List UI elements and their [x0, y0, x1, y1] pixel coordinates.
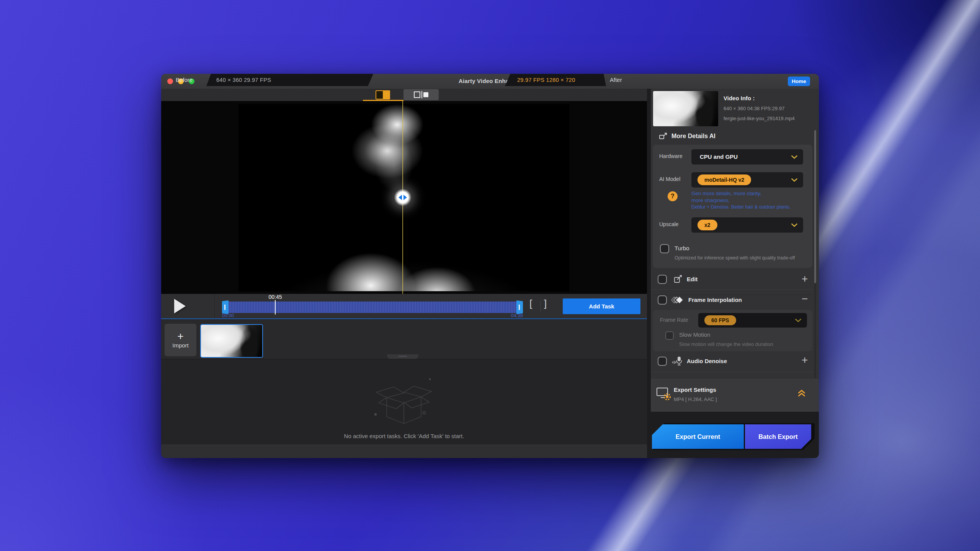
empty-tasks-message: No active export tasks. Click 'Add Task'… [161, 433, 647, 439]
model-help-line1: Gen more details, more clarity, [691, 191, 761, 196]
frame-interpolation-label: Frame Interpolation [688, 297, 742, 303]
video-info-thumbnail [653, 91, 718, 126]
export-current-button[interactable]: Export Current [652, 424, 744, 449]
export-settings-section[interactable]: Export Settings MP4 [ H.264, AAC ] [651, 379, 819, 412]
chevron-down-icon [791, 155, 798, 159]
current-time-label: 00:45 [264, 294, 287, 300]
frame-interpolation-checkbox[interactable] [658, 295, 667, 305]
media-strip: + Import [161, 319, 647, 359]
audio-denoise-expand-button[interactable]: + [802, 355, 808, 365]
video-info-title: Video Info : [724, 95, 755, 101]
upscale-dropdown[interactable]: x2 [691, 217, 803, 233]
audio-denoise-checkbox[interactable] [658, 357, 667, 366]
edit-icon [673, 274, 683, 284]
before-label: Before [176, 77, 193, 83]
frame-interpolation-icon [671, 295, 684, 305]
split-arrow-left-icon [399, 195, 402, 200]
split-compare-toggle[interactable] [371, 90, 395, 100]
video-preview [161, 101, 647, 294]
ai-model-label: AI Model [659, 176, 680, 182]
export-settings-format: MP4 [ H.264, AAC ] [674, 396, 717, 402]
compare-split-handle[interactable] [394, 189, 412, 206]
after-label: After [610, 77, 622, 83]
strip-collapse-handle[interactable] [387, 354, 418, 359]
slow-motion-checkbox[interactable] [665, 331, 674, 340]
ai-model-dropdown[interactable]: moDetail-HQ v2 [691, 172, 803, 187]
export-settings-icon [655, 386, 672, 402]
turbo-description: Optimized for inference speed with sligh… [675, 255, 801, 261]
help-icon[interactable]: ? [668, 191, 678, 201]
hardware-dropdown[interactable]: CPU and GPU [691, 149, 803, 165]
export-settings-title: Export Settings [674, 386, 716, 393]
edit-label: Edit [687, 276, 697, 282]
start-time-label: 00:00 [222, 313, 234, 318]
sidebar: Video Info : 640 × 360 04:38 FPS:29.97 f… [651, 89, 819, 458]
chevron-down-icon [791, 223, 798, 227]
timeline-track[interactable] [222, 302, 523, 313]
turbo-label: Turbo [675, 245, 689, 251]
plus-icon: + [177, 331, 183, 341]
double-chevron-up-icon[interactable] [797, 389, 806, 397]
frame-rate-value-pill: 60 FPS [704, 315, 736, 325]
frame-interpolation-collapse-button[interactable]: − [802, 294, 808, 304]
set-trim-in-button[interactable]: [ [529, 298, 532, 310]
playback-bar: 00:45 00:00 04:38 [ ] Add Task [161, 294, 647, 318]
app-window: Aiarty Video Enhancer Home Before 640 × … [161, 74, 819, 458]
export-buttons-footer: Export Current Batch Export [651, 412, 819, 458]
audio-denoise-label: Audio Denoise [687, 358, 727, 364]
chevron-down-icon [795, 318, 802, 323]
end-time-label: 04:38 [505, 313, 523, 318]
window-footer [161, 445, 651, 458]
slow-motion-label: Slow Motion [679, 331, 710, 338]
import-button[interactable]: + Import [165, 324, 196, 356]
playhead[interactable] [275, 300, 276, 315]
add-task-button[interactable]: Add Task [563, 298, 640, 314]
frame-rate-label: Frame Rate [660, 317, 688, 323]
trim-start-handle[interactable] [222, 300, 229, 314]
play-button[interactable] [171, 298, 189, 314]
sidebar-scrollbar-thumb[interactable] [814, 130, 816, 283]
hardware-label: Hardware [659, 153, 683, 159]
frame-rate-dropdown[interactable]: 60 FPS [698, 313, 807, 328]
model-help-line2: more sharpness. [691, 197, 730, 203]
edit-checkbox[interactable] [658, 275, 667, 284]
before-video-info: 640 × 360 29.97 FPS [216, 77, 271, 83]
edit-expand-button[interactable]: + [802, 274, 808, 284]
side-by-side-compare-toggle[interactable] [403, 89, 439, 100]
desktop: Aiarty Video Enhancer Home Before 640 × … [0, 0, 980, 551]
video-info-meta: 640 × 360 04:38 FPS:29.97 [724, 106, 784, 111]
model-help-line3: Deblur + Denoise. Better hair & outdoor … [691, 204, 791, 210]
split-arrow-right-icon [403, 195, 407, 200]
upscale-value-pill: x2 [697, 220, 717, 230]
upscale-label: Upscale [659, 221, 679, 227]
play-icon [174, 299, 186, 313]
slow-motion-description: Slow motion will change the video durati… [679, 341, 773, 347]
split-view-icon [376, 90, 390, 99]
export-task-area: No active export tasks. Click 'Add Task'… [161, 359, 647, 445]
side-by-side-icon [414, 91, 420, 98]
hardware-value: CPU and GPU [700, 149, 738, 165]
empty-box-illustration [362, 368, 446, 431]
after-video-info: 29.97 FPS 1280 × 720 [517, 77, 575, 83]
batch-export-button[interactable]: Batch Export [745, 424, 811, 449]
set-trim-out-button[interactable]: ] [544, 298, 547, 310]
ai-model-value-pill: moDetail-HQ v2 [697, 174, 751, 185]
more-details-ai-icon [658, 132, 668, 141]
microphone-icon [671, 355, 684, 366]
chevron-down-icon [791, 178, 798, 182]
turbo-checkbox[interactable] [660, 244, 669, 253]
import-label: Import [172, 342, 189, 349]
video-info-filename: fergie-just-like-you_291419.mp4 [724, 116, 795, 121]
trim-end-handle[interactable] [516, 300, 523, 314]
section-title: More Details AI [671, 133, 715, 140]
media-thumbnail-selected[interactable] [200, 324, 263, 358]
home-button[interactable]: Home [788, 77, 810, 86]
